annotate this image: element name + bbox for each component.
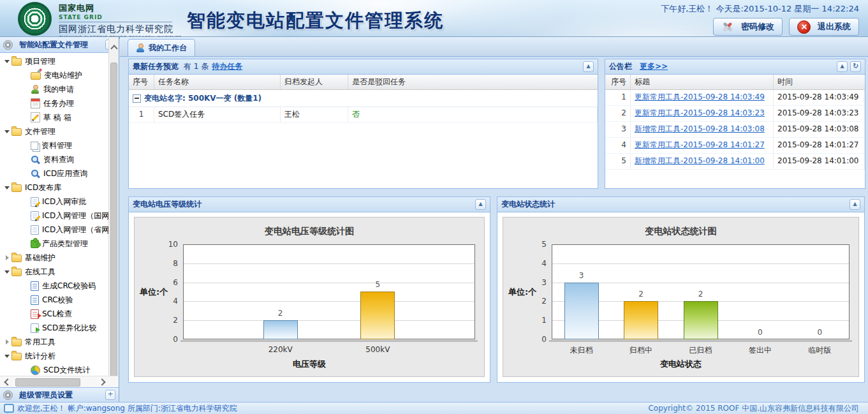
bulletin-more-link[interactable]: 更多>> [640, 61, 668, 72]
chart-title: 变电站状态统计图 [503, 226, 858, 237]
scroll-up-icon[interactable] [110, 45, 117, 52]
tree-caret-icon[interactable] [23, 283, 31, 289]
tree-item[interactable]: ICD入网管理（省网） [0, 223, 119, 237]
admin-settings-expand-button[interactable]: + [105, 390, 115, 400]
bulletin-time: 2015-09-28 14:01:00 [774, 154, 865, 169]
tree-item[interactable]: 文件管理 [0, 124, 119, 138]
tree-caret-icon[interactable] [23, 240, 31, 247]
column-header[interactable]: 序号 [129, 75, 154, 89]
tree-caret-icon[interactable] [23, 86, 31, 92]
tree-item[interactable]: 资料查询 [0, 152, 119, 166]
tree-caret-icon[interactable] [23, 212, 31, 219]
tree-caret-icon[interactable] [23, 226, 31, 233]
column-header[interactable]: 序号 [605, 75, 631, 89]
bulletin-row[interactable]: 2 更新常用工具-2015-09-28 14:03:23 2015-09-28 … [605, 106, 865, 122]
tree-caret-icon[interactable] [4, 339, 11, 345]
tree-caret-icon[interactable] [23, 297, 31, 303]
tree-item[interactable]: SCL检查 [0, 307, 119, 321]
tree-item[interactable]: ICD入网审批 [0, 195, 119, 209]
scroll-right-icon[interactable] [98, 378, 105, 385]
tree-caret-icon[interactable] [23, 114, 31, 121]
tree-caret-icon[interactable] [4, 255, 11, 261]
column-header[interactable]: 是否是驳回任务 [348, 75, 598, 89]
bulletin-title-link[interactable]: 更新常用工具-2015-09-28 14:03:49 [635, 92, 765, 101]
tree-caret-icon[interactable] [23, 100, 31, 107]
tree-caret-icon[interactable] [4, 269, 11, 275]
tree-item[interactable]: 在线工具 [0, 265, 119, 279]
tree-item-label: 生成CRC校验码 [42, 281, 96, 292]
status-chart-panel: 变电站状态统计 变电站状态统计图012345单位:个3未归档2归档中2已归档0签… [497, 196, 865, 383]
sidebar-header[interactable]: 智能站配置文件管理 − [0, 37, 119, 53]
bulletin-row[interactable]: 4 更新常用工具-2015-09-28 14:01:27 2015-09-28 … [605, 138, 865, 154]
collapse-panel-button[interactable] [475, 199, 486, 210]
logout-button[interactable]: 退出系统 [789, 18, 859, 36]
brand-block: 国家电网 State Grid 国网浙江省电力科学研究院 ZHEJIANG EL… [59, 3, 182, 40]
tree-item[interactable]: 基础维护 [0, 251, 119, 265]
tree-item-label: SCD差异化比较 [42, 323, 96, 334]
task-rows: 1 SCD签入任务 王松 否 [129, 107, 598, 123]
tree-item[interactable]: 资料管理 [0, 138, 119, 152]
todo-tasks-link[interactable]: 待办任务 [212, 61, 242, 72]
bulletin-row[interactable]: 5 新增常用工具-2015-09-28 14:01:00 2015-09-28 … [605, 154, 865, 170]
group-collapse-icon[interactable] [133, 94, 141, 103]
tree-caret-icon[interactable] [23, 142, 31, 149]
column-header[interactable]: 时间 [774, 75, 865, 89]
tree-item[interactable]: ICD应用查询 [0, 166, 119, 181]
x-axis-line [549, 340, 852, 342]
collapse-panel-button[interactable] [850, 199, 860, 210]
tree-item[interactable]: 任务办理 [0, 96, 119, 110]
tree-item[interactable]: ICD入网管理（国网） [0, 209, 119, 223]
tab-my-workbench[interactable]: 我的工作台 [128, 39, 195, 56]
tree-item[interactable]: 项目管理 [0, 54, 119, 68]
tree-item[interactable]: 产品类型管理 [0, 237, 119, 251]
bulletin-title-link[interactable]: 更新常用工具-2015-09-28 14:03:23 [635, 108, 765, 117]
tree-caret-icon[interactable] [23, 198, 31, 205]
tree-item[interactable]: 常用工具 [0, 335, 119, 349]
bulletin-title-link[interactable]: 更新常用工具-2015-09-28 14:01:27 [635, 140, 765, 149]
tree-caret-icon[interactable] [23, 367, 31, 373]
collapse-panel-button[interactable] [583, 61, 594, 72]
tree-caret-icon[interactable] [4, 353, 11, 359]
column-header[interactable]: 归档发起人 [281, 75, 348, 89]
task-table-row[interactable]: 1 SCD签入任务 王松 否 [129, 107, 598, 123]
main-content: 我的工作台 最新任务预览 有 1 条 待办任务 序号 任务名称 归档发起人 是否… [120, 37, 868, 402]
y-axis-tick-label: 4 [154, 297, 178, 306]
refresh-panel-button[interactable] [850, 61, 861, 72]
tree-caret-icon[interactable] [23, 156, 31, 163]
column-header[interactable]: 任务名称 [154, 75, 281, 89]
tree-caret-icon[interactable] [23, 170, 31, 177]
scroll-left-icon[interactable] [4, 378, 11, 385]
tree-item-label: 基础维护 [25, 253, 55, 263]
tree-item[interactable]: 变电站维护 [0, 68, 119, 82]
task-group-row[interactable]: 变电站名字: 500KV一变 (数量1) [129, 90, 598, 107]
tree-item[interactable]: ICD发布库 [0, 181, 119, 195]
vertical-scroll-thumb[interactable] [110, 63, 117, 376]
tree-caret-icon[interactable] [4, 184, 11, 191]
tree-item[interactable]: 生成CRC校验码 [0, 279, 119, 293]
task-panel-header: 最新任务预览 有 1 条 待办任务 [129, 59, 598, 75]
collapse-panel-button[interactable] [837, 61, 848, 72]
tree-caret-icon[interactable] [23, 72, 31, 78]
tree-item[interactable]: SCD差异化比较 [0, 321, 119, 335]
tree-item[interactable]: 我的申请 [0, 82, 119, 96]
tree-item[interactable]: 统计分析 [0, 349, 119, 363]
sidebar-horizontal-scrollbar[interactable] [0, 376, 119, 387]
tree-caret-icon[interactable] [4, 58, 11, 64]
task-initiator: 王松 [281, 107, 348, 122]
tree-item[interactable]: 草 稿 箱 [0, 110, 119, 124]
tree-item[interactable]: SCD文件统计 [0, 363, 119, 376]
tree-caret-icon[interactable] [23, 311, 31, 317]
admin-settings-header[interactable]: 超级管理员设置 + [0, 387, 119, 402]
bulletin-row[interactable]: 3 新增常用工具-2015-09-28 14:03:08 2015-09-28 … [605, 122, 865, 138]
bulletin-row[interactable]: 1 更新常用工具-2015-09-28 14:03:49 2015-09-28 … [605, 90, 865, 106]
horizontal-scroll-thumb[interactable] [15, 378, 80, 387]
change-password-button[interactable]: 密码修改 [713, 18, 783, 36]
tree-item[interactable]: CRC校验 [0, 293, 119, 307]
bulletin-title-link[interactable]: 新增常用工具-2015-09-28 14:03:08 [635, 124, 765, 133]
sidebar-vertical-scrollbar[interactable] [108, 37, 119, 402]
column-header[interactable]: 标题 [631, 75, 774, 89]
bulletin-title-link[interactable]: 新增常用工具-2015-09-28 14:01:00 [635, 156, 765, 165]
tree-caret-icon[interactable] [4, 128, 11, 135]
tree-caret-icon[interactable] [23, 325, 31, 331]
gridline [184, 301, 474, 302]
